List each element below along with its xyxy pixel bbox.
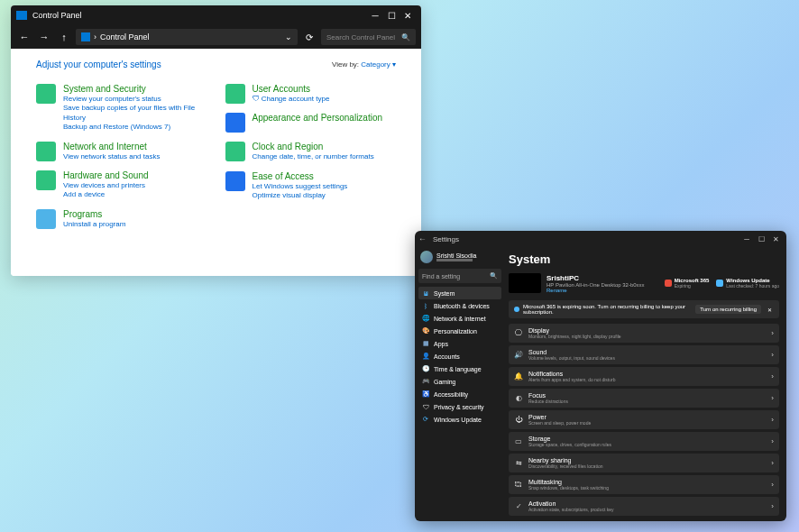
forward-button[interactable]: → [36,29,52,45]
nav-icon: 🎨 [422,327,429,335]
profile-email [436,259,473,261]
category-sublink[interactable]: View devices and printers [63,181,207,190]
category-title[interactable]: Programs [63,209,207,220]
nav-item-privacy-security[interactable]: 🛡Privacy & security [418,400,501,413]
card-sub: Volume levels, output, input, sound devi… [528,355,766,361]
settings-card-notifications[interactable]: 🔔NotificationsAlerts from apps and syste… [509,367,779,386]
card-icon: 🖵 [514,329,523,338]
category-sublink[interactable]: Let Windows suggest settings [253,182,397,191]
card-sub: Reduce distractions [528,399,766,404]
minimize-button[interactable]: ─ [739,235,754,243]
nav-item-time-language[interactable]: 🕒Time & language [418,362,501,375]
back-button[interactable]: ← [16,29,32,45]
category-icon [225,171,245,191]
cp-category: ProgramsUninstall a program [36,209,207,229]
chevron-right-icon: › [771,372,774,381]
chevron-right-icon: › [771,481,774,489]
category-sublink[interactable]: Add a device [63,190,207,199]
maximize-button[interactable]: ☐ [754,235,768,243]
search-icon: 🔍 [401,33,410,41]
refresh-button[interactable]: ⟳ [301,32,317,42]
nav-label: Accounts [434,353,460,360]
category-title[interactable]: Ease of Access [253,171,397,182]
settings-card-multitasking[interactable]: ⿻MultitaskingSnap windows, desktops, tas… [509,475,779,494]
view-by[interactable]: View by: Category ▾ [332,60,396,69]
nav-item-bluetooth-devices[interactable]: ᛒBluetooth & devices [418,299,501,312]
quick-link[interactable]: Windows UpdateLast checked: 7 hours ago [716,278,779,289]
cp-category: Hardware and SoundView devices and print… [36,170,207,200]
category-icon [225,142,245,161]
card-sub: Snap windows, desktops, task switching [528,485,766,491]
category-sublink[interactable]: View network status and tasks [63,152,207,161]
category-title[interactable]: Hardware and Sound [63,170,207,181]
category-title[interactable]: Clock and Region [253,142,397,152]
chevron-down-icon: ▾ [392,60,396,69]
settings-card-nearby-sharing[interactable]: ⇆Nearby sharingDiscoverability, received… [509,454,779,472]
cp-titlebar: Control Panel ─ ☐ ✕ [11,5,421,25]
cp-toolbar: ← → ↑ › Control Panel ⌄ ⟳ Search Control… [11,25,421,49]
nav-label: Windows Update [434,417,482,423]
nav-icon: ⟳ [422,416,429,423]
settings-card-focus[interactable]: ◐FocusReduce distractions› [509,389,779,408]
close-button[interactable]: ✕ [768,235,783,243]
search-box[interactable]: Search Control Panel 🔍 [321,29,416,45]
banner-close-button[interactable]: ✕ [765,307,774,313]
nav-item-network-internet[interactable]: 🌐Network & internet [418,312,501,325]
rename-link[interactable]: Rename [546,288,654,293]
category-title[interactable]: User Accounts [253,84,397,95]
category-sublink[interactable]: Optimize visual display [253,191,397,200]
card-title: Storage [528,436,766,442]
nav-icon: 🛡 [422,403,429,410]
category-sublink[interactable]: Uninstall a program [63,220,207,229]
settings-search[interactable]: Find a setting 🔍 [418,269,501,283]
nav-icon: 🖥 [422,289,429,297]
settings-card-storage[interactable]: ▭StorageStorage space, drives, configura… [509,432,779,451]
quick-link[interactable]: Microsoft 365Expiring [665,278,710,289]
up-button[interactable]: ↑ [56,29,72,45]
banner-button[interactable]: Turn on recurring billing [695,305,761,314]
page-title: System [509,252,779,266]
category-title[interactable]: Appearance and Personalization [253,113,397,124]
settings-card-display[interactable]: 🖵DisplayMonitors, brightness, night ligh… [509,324,779,343]
category-sublink[interactable]: Change date, time, or number formats [253,152,397,161]
address-icon [81,32,90,41]
minimize-button[interactable]: ─ [367,5,383,25]
quick-sub: Last checked: 7 hours ago [726,283,779,289]
card-icon: ⿻ [514,481,523,490]
cp-category: User Accounts🛡 Change account type [225,84,397,104]
category-icon [36,170,56,190]
cp-category: System and SecurityReview your computer'… [36,84,207,133]
nav-item-windows-update[interactable]: ⟳Windows Update [418,413,501,426]
category-icon [225,84,245,104]
nav-icon: 🕒 [422,365,429,372]
quick-icon [665,280,672,287]
m365-banner: Microsoft 365 is expiring soon. Turn on … [509,300,779,318]
settings-card-activation[interactable]: ✓ActivationActivation state, subscriptio… [509,497,779,516]
profile[interactable]: Srishti Sisodia [418,251,501,263]
category-sublink[interactable]: Review your computer's status [63,95,207,104]
category-title[interactable]: System and Security [63,84,207,95]
category-sublink[interactable]: 🛡 Change account type [253,95,397,104]
settings-card-power[interactable]: ⏻PowerScreen and sleep, power mode› [509,410,779,429]
category-title[interactable]: Network and Internet [63,142,207,152]
cp-category: Appearance and Personalization [225,113,397,133]
nav-label: Apps [434,341,448,347]
nav-label: Personalization [434,328,477,335]
back-button[interactable]: ← [418,234,433,243]
nav-item-accessibility[interactable]: ♿Accessibility [418,388,501,400]
nav-item-apps[interactable]: ▦Apps [418,337,501,350]
maximize-button[interactable]: ☐ [383,5,400,25]
category-sublink[interactable]: Save backup copies of your files with Fi… [63,104,207,123]
card-title: Notifications [528,371,766,377]
card-title: Sound [528,349,766,355]
close-button[interactable]: ✕ [400,5,416,25]
address-bar[interactable]: › Control Panel ⌄ [76,29,298,45]
settings-card-sound[interactable]: 🔊SoundVolume levels, output, input, soun… [509,345,779,364]
card-sub: Monitors, brightness, night light, displ… [528,334,766,339]
address-dropdown-icon[interactable]: ⌄ [285,32,292,41]
nav-item-gaming[interactable]: 🎮Gaming [418,375,501,388]
nav-item-personalization[interactable]: 🎨Personalization [418,325,501,337]
nav-item-system[interactable]: 🖥System [418,287,501,299]
nav-item-accounts[interactable]: 👤Accounts [418,350,501,362]
category-sublink[interactable]: Backup and Restore (Windows 7) [63,123,207,132]
